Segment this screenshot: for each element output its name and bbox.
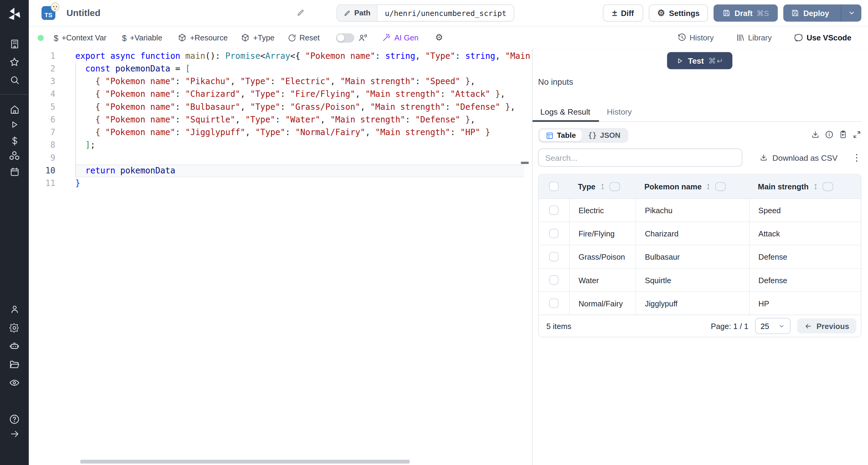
tab-logs-result[interactable]: Logs & Result xyxy=(532,105,599,122)
folders-icon[interactable] xyxy=(8,358,21,371)
use-vscode-button[interactable]: Use VScode xyxy=(794,33,851,42)
column-header-type[interactable]: Type xyxy=(578,182,595,191)
deploy-button[interactable]: Deploy xyxy=(783,4,861,22)
code-text[interactable]: ]; xyxy=(75,139,532,152)
expand-fullscreen-icon[interactable] xyxy=(852,130,861,141)
row-checkbox[interactable] xyxy=(549,298,558,308)
code-line-3[interactable]: 3 { "Pokemon name": "Pikachu", "Type": "… xyxy=(29,76,532,88)
ai-gen-button[interactable]: AI Gen xyxy=(382,33,418,42)
code-line-2[interactable]: 2 const pokemonData = [ xyxy=(29,63,532,76)
code-line-6[interactable]: 6 { "Pokemon name": "Squirtle", "Type": … xyxy=(29,114,532,126)
previous-page-button[interactable]: Previous xyxy=(797,318,857,333)
code-editor[interactable]: 1export async function main(): Promise<A… xyxy=(29,49,532,465)
path-chip[interactable]: Path u/henri/unencumbered_script xyxy=(337,4,514,22)
code-text[interactable]: { "Pokemon name": "Pikachu", "Type": "El… xyxy=(75,76,532,88)
deploy-dropdown-caret[interactable] xyxy=(841,4,861,22)
row-checkbox[interactable] xyxy=(549,275,558,285)
settings-gear-icon[interactable] xyxy=(8,321,21,335)
result-table-body: ElectricPikachuSpeedFire/FlyingCharizard… xyxy=(538,199,861,315)
code-line-11[interactable]: 11} xyxy=(29,177,532,190)
path-label-segment: Path xyxy=(337,5,378,21)
more-options-kebab-icon[interactable]: ⋮ xyxy=(852,153,861,162)
code-line-9[interactable]: 9 xyxy=(29,152,532,164)
column-header-main-strength[interactable]: Main strength xyxy=(758,182,809,191)
add-resource-button[interactable]: +Resource xyxy=(178,33,227,42)
column-header-pokemon-name[interactable]: Pokemon name xyxy=(644,182,702,191)
diff-mode-toggle[interactable] xyxy=(336,33,355,42)
edit-title-pencil-icon[interactable] xyxy=(297,9,304,19)
column-toggle[interactable] xyxy=(715,182,726,191)
path-value[interactable]: u/henri/unencumbered_script xyxy=(378,5,514,21)
items-count: 5 items xyxy=(547,321,571,330)
code-text[interactable]: } xyxy=(75,177,532,190)
code-text[interactable]: return pokemonData xyxy=(75,165,524,177)
line-number: 2 xyxy=(29,63,56,76)
row-checkbox[interactable] xyxy=(549,205,558,215)
variables-dollar-icon[interactable] xyxy=(8,134,21,147)
editor-settings-gear-icon[interactable]: ⚙ xyxy=(435,33,443,42)
code-text[interactable]: { "Pokemon name": "Jigglypuff", "Type": … xyxy=(75,126,532,139)
table-row[interactable]: WaterSquirtleDefense xyxy=(538,268,861,291)
draft-button[interactable]: Draft ⌘S xyxy=(714,4,778,22)
view-toggle-json[interactable]: {} JSON xyxy=(582,130,627,141)
diff-button[interactable]: ± Diff xyxy=(603,4,643,22)
history-button[interactable]: History xyxy=(678,33,714,42)
multiplayer-icon[interactable] xyxy=(358,33,368,42)
code-text[interactable]: { "Pokemon name": "Bulbasaur", "Type": "… xyxy=(75,101,532,113)
page-size-select[interactable]: 25 xyxy=(755,318,790,334)
code-text[interactable]: { "Pokemon name": "Charizard", "Type": "… xyxy=(75,88,532,101)
workspace-building-icon[interactable] xyxy=(8,37,21,50)
code-line-4[interactable]: 4 { "Pokemon name": "Charizard", "Type":… xyxy=(29,88,532,101)
workers-robot-icon[interactable] xyxy=(8,340,21,353)
table-row[interactable]: ElectricPikachuSpeed xyxy=(538,199,861,221)
home-icon[interactable] xyxy=(8,103,21,116)
download-result-icon[interactable] xyxy=(811,130,820,141)
code-line-7[interactable]: 7 { "Pokemon name": "Jigglypuff", "Type"… xyxy=(29,126,532,139)
eye-icon[interactable] xyxy=(8,376,21,389)
line-number: 7 xyxy=(29,126,56,139)
copy-clipboard-icon[interactable] xyxy=(839,130,847,141)
add-context-var-button[interactable]: $ +Context Var xyxy=(54,33,106,42)
table-row[interactable]: Normal/FairyJigglypuffHP xyxy=(538,291,861,315)
info-icon[interactable] xyxy=(825,130,834,141)
column-toggle[interactable] xyxy=(823,182,833,191)
sort-icon[interactable] xyxy=(812,182,818,190)
table-row[interactable]: Fire/FlyingCharizardAttack xyxy=(538,222,861,245)
library-button[interactable]: Library xyxy=(736,33,772,42)
resources-cubes-icon[interactable] xyxy=(8,149,21,162)
code-line-5[interactable]: 5 { "Pokemon name": "Bulbasaur", "Type":… xyxy=(29,101,532,113)
add-type-button[interactable]: +Type xyxy=(241,33,275,42)
expand-arrow-icon[interactable] xyxy=(8,427,21,440)
code-text[interactable]: { "Pokemon name": "Squirtle", "Type": "W… xyxy=(75,114,532,126)
code-text[interactable]: export async function main(): Promise<Ar… xyxy=(75,50,532,62)
select-all-checkbox[interactable] xyxy=(549,181,558,191)
windmill-logo-icon[interactable] xyxy=(6,6,23,23)
user-icon[interactable] xyxy=(8,302,21,316)
sort-icon[interactable] xyxy=(706,182,712,190)
add-variable-button[interactable]: $ +Variable xyxy=(122,33,162,42)
download-csv-button[interactable]: Download as CSV xyxy=(760,153,838,162)
row-checkbox[interactable] xyxy=(549,229,558,238)
search-input[interactable] xyxy=(538,148,742,167)
settings-button[interactable]: ⚙ Settings xyxy=(649,4,708,22)
help-question-icon[interactable] xyxy=(8,412,21,426)
tab-history[interactable]: History xyxy=(599,105,641,121)
line-number: 9 xyxy=(29,152,56,164)
reset-button[interactable]: Reset xyxy=(288,33,320,42)
runs-play-icon[interactable] xyxy=(8,118,21,131)
search-icon[interactable] xyxy=(8,73,21,86)
code-text[interactable] xyxy=(75,152,532,164)
favorites-star-icon[interactable] xyxy=(8,56,21,69)
view-toggle-table[interactable]: Table xyxy=(540,130,582,141)
code-text[interactable]: const pokemonData = [ xyxy=(75,63,532,76)
schedules-calendar-icon[interactable] xyxy=(8,165,21,178)
test-button[interactable]: Test ⌘↵ xyxy=(667,52,733,69)
code-line-8[interactable]: 8 ]; xyxy=(29,139,532,152)
code-line-10[interactable]: 10 return pokemonData xyxy=(29,165,532,177)
code-line-1[interactable]: 1export async function main(): Promise<A… xyxy=(29,50,532,62)
horizontal-scrollbar[interactable] xyxy=(80,460,410,464)
sort-icon[interactable] xyxy=(599,182,606,190)
row-checkbox[interactable] xyxy=(549,252,558,261)
table-row[interactable]: Grass/PoisonBulbasaurDefense xyxy=(538,245,861,268)
column-toggle[interactable] xyxy=(610,182,620,191)
